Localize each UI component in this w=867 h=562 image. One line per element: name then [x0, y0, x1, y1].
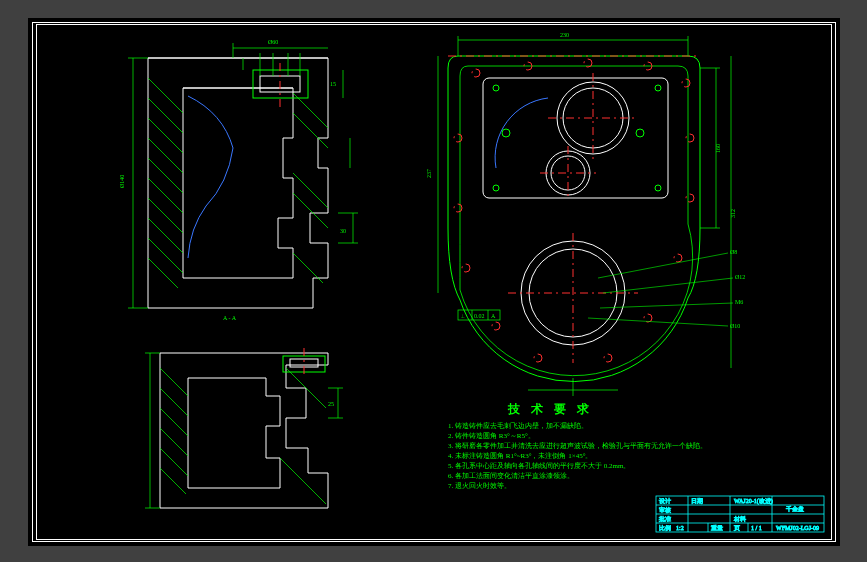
svg-line-13: [148, 238, 183, 273]
svg-line-107: [603, 278, 733, 293]
svg-point-87: [655, 85, 661, 91]
tb-check-l: 审核: [659, 506, 671, 513]
svg-line-44: [160, 468, 186, 494]
tb-approve-l: 批准: [659, 516, 671, 522]
tb-project: WAJ20-1(改进): [734, 498, 773, 505]
svg-point-89: [493, 185, 499, 191]
svg-text:230: 230: [560, 32, 569, 38]
requirements-title: 技 术 要 求: [507, 402, 593, 416]
svg-point-83: [462, 264, 470, 272]
tb-material-l: 材料: [733, 516, 746, 522]
drawing-sheet: Ø140 Ø60 15 30 A - A: [28, 18, 840, 546]
svg-point-80: [604, 354, 612, 362]
svg-line-12: [148, 218, 183, 253]
svg-point-71: [472, 69, 480, 77]
req-5: 5. 各孔系中心距及轴向各孔轴线间的平行度不大于 0.2mm。: [448, 462, 630, 470]
req-3: 3. 将研磨各零件加工并清洗去应进行超声波试验，检验孔与平面有无允许一个缺陷。: [448, 442, 707, 450]
svg-line-108: [600, 303, 733, 308]
req-7: 7. 退火回火时效等。: [448, 482, 511, 490]
svg-point-78: [674, 254, 682, 262]
req-2: 2. 铸件铸造圆角 R3°～R5°。: [448, 432, 535, 440]
svg-point-82: [492, 322, 500, 330]
svg-point-75: [682, 79, 690, 87]
svg-point-91: [502, 129, 510, 137]
svg-rect-57: [483, 78, 668, 198]
svg-text:160: 160: [715, 144, 721, 153]
svg-point-84: [454, 204, 462, 212]
svg-text:M6: M6: [735, 299, 743, 305]
svg-point-88: [655, 185, 661, 191]
svg-line-16: [293, 113, 328, 148]
svg-point-81: [534, 354, 542, 362]
tb-sheet-l: 页: [734, 525, 740, 531]
tb-scale-v: 1:2: [676, 525, 684, 531]
svg-point-77: [686, 194, 694, 202]
right-plan-view: 230 160 312 237 Ø8 Ø12 M6 Ø10: [426, 32, 745, 396]
tb-design-l: 设计: [659, 498, 671, 504]
svg-text:30: 30: [340, 228, 346, 234]
svg-line-15: [293, 93, 328, 128]
svg-text:25: 25: [328, 401, 334, 407]
svg-text:Ø12: Ø12: [735, 274, 745, 280]
svg-text:237: 237: [426, 169, 432, 178]
svg-line-5: [148, 78, 183, 113]
svg-point-86: [493, 85, 499, 91]
svg-line-6: [148, 98, 183, 133]
svg-line-10: [148, 178, 183, 213]
svg-text:A: A: [491, 313, 496, 319]
tb-mass-l: 重量: [711, 525, 723, 531]
cad-viewport: Ø140 Ø60 15 30 A - A: [0, 0, 867, 562]
svg-text:0.02: 0.02: [474, 313, 485, 319]
req-6: 6. 各加工法面间变化清洁平直涂漆领涂。: [448, 472, 574, 480]
tb-scale-l: 比例: [659, 525, 671, 531]
tb-docno: WFMJ02-LGJ-09: [776, 525, 819, 531]
svg-point-76: [686, 134, 694, 142]
svg-text:Ø8: Ø8: [730, 249, 737, 255]
tb-name: 千金盘: [786, 505, 804, 512]
svg-text:312: 312: [730, 209, 736, 218]
svg-point-90: [636, 129, 644, 137]
svg-line-19: [293, 253, 323, 283]
svg-point-79: [644, 314, 652, 322]
svg-line-46: [280, 458, 326, 504]
svg-line-14: [148, 258, 178, 288]
left-section-view: Ø140 Ø60 15 30 A - A: [119, 39, 358, 321]
section-label: A - A: [223, 315, 237, 321]
svg-line-11: [148, 198, 183, 233]
svg-text:15: 15: [330, 81, 336, 87]
lower-section-view: 25: [145, 348, 343, 508]
req-1: 1. 铸造铸件应去毛刺飞边内壁，加不漏缺陷。: [448, 422, 588, 430]
title-block: WAJ20-1(改进) 千金盘 WFMJ02-LGJ-09 设计 审核 批准 日…: [656, 496, 824, 532]
svg-text:Ø10: Ø10: [730, 323, 740, 329]
tb-page-v: 1 / 1: [751, 525, 762, 531]
svg-line-8: [148, 138, 183, 173]
tb-date-l: 日期: [691, 498, 703, 504]
req-4: 4. 未标注铸造圆角 R1°~R3°，未注倒角 1×45°。: [448, 452, 592, 460]
cad-svg: Ø140 Ø60 15 30 A - A: [28, 18, 840, 546]
svg-line-7: [148, 118, 183, 153]
svg-line-9: [148, 158, 183, 193]
svg-text:Ø60: Ø60: [268, 39, 278, 45]
svg-line-109: [588, 318, 728, 326]
svg-text:⟂: ⟂: [461, 313, 465, 319]
svg-point-85: [454, 134, 462, 142]
svg-text:Ø140: Ø140: [119, 175, 125, 188]
technical-requirements: 技 术 要 求 1. 铸造铸件应去毛刺飞边内壁，加不漏缺陷。 2. 铸件铸造圆角…: [448, 402, 707, 490]
svg-line-17: [293, 173, 328, 208]
